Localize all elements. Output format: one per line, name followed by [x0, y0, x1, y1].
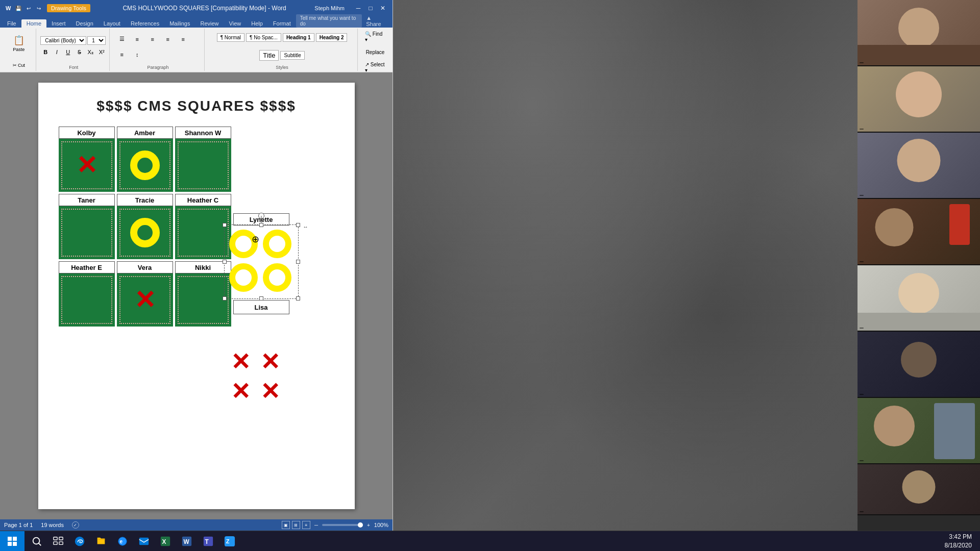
- tab-insert[interactable]: Insert: [46, 19, 71, 28]
- video-tile-8[interactable]: [857, 464, 980, 515]
- check-icon[interactable]: ✓: [72, 521, 79, 529]
- handle-ml[interactable]: [223, 260, 227, 264]
- tab-file[interactable]: File: [2, 19, 21, 28]
- zoom-minus[interactable]: ─: [314, 522, 318, 528]
- yellow-circles-selected[interactable]: ↔: [227, 228, 296, 296]
- tab-format[interactable]: Format: [268, 19, 296, 28]
- style-subtitle[interactable]: Subtitle: [280, 51, 304, 60]
- find-button[interactable]: 🔍 Find ▾: [363, 30, 387, 44]
- avatar-8: [902, 470, 936, 504]
- read-mode-button[interactable]: ≡: [302, 521, 310, 529]
- style-heading2[interactable]: Heading 2: [316, 33, 348, 42]
- taskbar-edge[interactable]: [69, 532, 90, 551]
- video-tile-2[interactable]: [857, 66, 980, 133]
- handle-tl[interactable]: [223, 223, 227, 227]
- align-left-button[interactable]: ≡: [145, 32, 160, 46]
- zoom-slider[interactable]: [322, 524, 363, 526]
- handle-tr[interactable]: [296, 223, 300, 227]
- tab-references[interactable]: References: [126, 19, 164, 28]
- line-spacing-button[interactable]: ↕: [130, 47, 144, 62]
- video-bg-5: [857, 265, 980, 331]
- styles-buttons: ¶ Normal ¶ No Spac... Heading 1 Heading …: [210, 30, 354, 64]
- style-normal[interactable]: ¶ Normal: [217, 33, 244, 42]
- cell-box-heather-c[interactable]: [175, 206, 231, 259]
- style-no-spacing[interactable]: ¶ No Spac...: [246, 33, 281, 42]
- cell-box-tracie[interactable]: [117, 206, 173, 259]
- paste-button[interactable]: 📋 Paste: [10, 30, 28, 57]
- taskbar-taskview[interactable]: [48, 532, 68, 551]
- cell-name-amber: Amber: [117, 127, 173, 139]
- taskbar-word[interactable]: W: [177, 532, 197, 551]
- taskbar-file-explorer[interactable]: [91, 532, 111, 551]
- redo-icon[interactable]: ↪: [35, 4, 43, 12]
- tab-review[interactable]: Review: [195, 19, 224, 28]
- video-name-4: [860, 261, 864, 262]
- video-tile-6[interactable]: [857, 332, 980, 398]
- undo-icon[interactable]: ↩: [24, 4, 33, 12]
- tell-me-input[interactable]: Tell me what you want to do: [296, 14, 362, 28]
- video-tile-7[interactable]: [857, 398, 980, 464]
- list-bullets-button[interactable]: ☰: [115, 32, 129, 46]
- ribbon-body: 📋 Paste ✂ Cut 📄 Copy 🖌 Format Painter Cl…: [0, 28, 393, 72]
- cut-button[interactable]: ✂ Cut: [12, 58, 26, 72]
- align-right-button[interactable]: ≡: [176, 32, 190, 46]
- video-tile-5[interactable]: [857, 265, 980, 332]
- taskbar-zoom[interactable]: Z: [219, 532, 240, 551]
- list-numbers-button[interactable]: ≡: [130, 32, 144, 46]
- cell-box-shannon[interactable]: [175, 139, 231, 192]
- handle-tc[interactable]: [259, 223, 263, 227]
- handle-mr[interactable]: [296, 260, 300, 264]
- tab-layout[interactable]: Layout: [99, 19, 126, 28]
- share-button[interactable]: ▲ Share: [366, 15, 386, 27]
- superscript-button[interactable]: X²: [96, 47, 107, 57]
- strikethrough-button[interactable]: S̶: [74, 47, 84, 57]
- tab-home[interactable]: Home: [21, 19, 46, 28]
- align-center-button[interactable]: ≡: [161, 32, 175, 46]
- video-name-2: [860, 129, 864, 130]
- tab-view[interactable]: View: [224, 19, 247, 28]
- close-button[interactable]: ✕: [377, 3, 388, 14]
- handle-bc[interactable]: [259, 296, 263, 300]
- paragraph-label: Paragraph: [147, 64, 168, 70]
- handle-br[interactable]: [296, 296, 300, 300]
- taskbar-outlook[interactable]: [134, 532, 154, 551]
- cell-box-heather-e[interactable]: [59, 273, 115, 327]
- taskbar-ie[interactable]: e: [112, 532, 133, 551]
- print-layout-button[interactable]: ▣: [282, 521, 290, 529]
- font-size-select[interactable]: 11: [87, 36, 106, 45]
- bold-button[interactable]: B: [40, 47, 51, 57]
- video-tile-3[interactable]: [857, 133, 980, 199]
- resize-icon: ↔: [303, 224, 308, 230]
- start-button[interactable]: [0, 531, 24, 552]
- cell-name-heather-c: Heather C: [175, 194, 231, 206]
- cell-box-kolby[interactable]: ✕: [59, 139, 115, 192]
- style-heading1[interactable]: Heading 1: [283, 33, 314, 42]
- font-face-select[interactable]: Calibri (Body): [40, 36, 86, 45]
- tab-mailings[interactable]: Mailings: [164, 19, 195, 28]
- ribbon-tabs: File Home Insert Design Layout Reference…: [0, 16, 393, 28]
- video-tile-4[interactable]: [857, 199, 980, 265]
- cell-box-taner[interactable]: [59, 206, 115, 259]
- cell-box-vera[interactable]: ✕: [117, 273, 173, 327]
- align-justify-button[interactable]: ≡: [115, 47, 129, 62]
- subscript-button[interactable]: X₂: [85, 47, 95, 57]
- taskbar-teams[interactable]: T: [198, 532, 218, 551]
- underline-button[interactable]: U: [63, 47, 73, 57]
- minimize-button[interactable]: ─: [353, 3, 364, 14]
- video-tile-1[interactable]: [857, 0, 980, 66]
- italic-button[interactable]: I: [52, 47, 62, 57]
- replace-button[interactable]: Replace: [364, 45, 387, 59]
- avatar-6: [901, 342, 937, 378]
- cell-box-amber[interactable]: [117, 139, 173, 192]
- tab-design[interactable]: Design: [71, 19, 99, 28]
- style-title[interactable]: Title: [259, 50, 279, 61]
- handle-bl[interactable]: [223, 296, 227, 300]
- rotate-line: [261, 216, 261, 223]
- taskbar-search[interactable]: [27, 532, 47, 551]
- save-icon[interactable]: 💾: [14, 4, 22, 12]
- web-layout-button[interactable]: ⊞: [292, 521, 300, 529]
- tab-help[interactable]: Help: [246, 19, 268, 28]
- zoom-plus[interactable]: +: [367, 522, 370, 528]
- maximize-button[interactable]: □: [365, 3, 376, 14]
- taskbar-excel[interactable]: X: [155, 532, 176, 551]
